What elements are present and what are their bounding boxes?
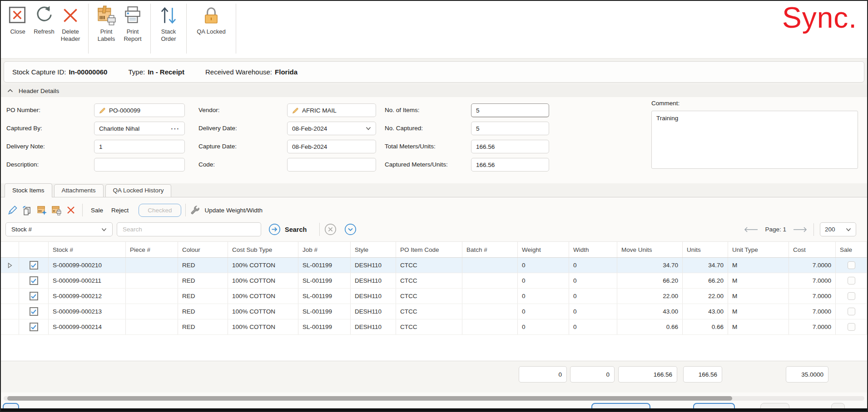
cell-po-item-code: CTCC xyxy=(396,319,462,334)
cell-units: 22.00 xyxy=(683,289,728,304)
stock-capture-id-label: Stock Capture ID: xyxy=(12,68,66,76)
col-header-colour[interactable]: Colour xyxy=(178,242,228,257)
tab-attachments[interactable]: Attachments xyxy=(54,184,104,197)
package-printer-icon xyxy=(96,5,117,26)
row-checkbox[interactable] xyxy=(19,258,49,273)
sale-button[interactable]: Sale xyxy=(87,205,107,216)
no-of-items-field[interactable]: 5 xyxy=(471,103,549,117)
col-header-sale[interactable]: Sale xyxy=(836,242,867,257)
horizontal-scrollbar[interactable] xyxy=(4,396,864,401)
stack-order-button[interactable]: Stack Order xyxy=(155,1,182,42)
delete-x-icon xyxy=(65,205,76,216)
col-header-cost-sub-type[interactable]: Cost Sub Type xyxy=(228,242,298,257)
capture-date-field[interactable]: 08-Feb-2024 xyxy=(287,140,376,153)
col-header-piece[interactable]: Piece # xyxy=(126,242,178,257)
col-header-stock[interactable]: Stock # xyxy=(49,242,126,257)
table-row[interactable]: S-000099-000211RED100% COTTONSL-001199DE… xyxy=(1,273,867,289)
row-expander[interactable] xyxy=(1,258,19,273)
table-row[interactable]: S-000099-000213RED100% COTTONSL-001199DE… xyxy=(1,304,867,319)
stock-wizard-button[interactable] xyxy=(35,203,49,217)
page-size-select[interactable]: 200 xyxy=(820,222,856,236)
comment-field[interactable]: Training xyxy=(651,111,858,169)
search-field-select[interactable]: Stock # xyxy=(5,222,113,236)
col-header-move-units[interactable]: Move Units xyxy=(617,242,683,257)
row-checkbox[interactable] xyxy=(19,304,49,319)
cell-piece xyxy=(126,304,178,319)
qa-locked-button[interactable]: QA Locked xyxy=(191,1,231,35)
col-header-cost[interactable]: Cost xyxy=(789,242,836,257)
code-field[interactable] xyxy=(287,158,376,172)
row-expander-icon xyxy=(8,263,12,268)
col-header-width[interactable]: Width xyxy=(569,242,617,257)
sale-checkbox[interactable] xyxy=(836,258,867,273)
cell-style: DESH110 xyxy=(351,304,396,319)
grid-header: Stock #Piece #ColourCost Sub TypeJob #St… xyxy=(1,241,867,258)
cell-weight: 0 xyxy=(518,273,569,288)
table-row[interactable]: S-000099-000212RED100% COTTONSL-001199DE… xyxy=(1,289,867,304)
delivery-date-field[interactable]: 08-Feb-2024 xyxy=(287,122,376,135)
horizontal-scrollbar-thumb[interactable] xyxy=(7,396,732,401)
print-report-button[interactable]: Print Report xyxy=(119,1,146,42)
tab-stock-items[interactable]: Stock Items xyxy=(5,183,52,197)
close-button[interactable]: Close xyxy=(5,1,31,35)
delete-item-button[interactable] xyxy=(64,203,78,217)
pagination: Page: 1 200 xyxy=(744,222,856,236)
checked-button[interactable]: Checked xyxy=(139,204,181,217)
ellipsis-icon[interactable]: ··· xyxy=(171,125,180,132)
print-stock-labels-button[interactable] xyxy=(49,203,64,217)
row-expander[interactable] xyxy=(1,289,19,304)
check-icon xyxy=(31,309,36,314)
sale-checkbox[interactable] xyxy=(836,304,867,319)
col-header-job[interactable]: Job # xyxy=(298,242,351,257)
print-labels-button[interactable]: Print Labels xyxy=(93,1,119,42)
row-checkbox[interactable] xyxy=(19,273,49,288)
po-number-field[interactable]: PO-000099 xyxy=(94,103,185,117)
table-row[interactable]: S-000099-000210RED100% COTTONSL-001199DE… xyxy=(1,258,867,273)
col-header-expander[interactable] xyxy=(1,242,19,257)
table-row[interactable]: S-000099-000214RED100% COTTONSL-001199DE… xyxy=(1,319,867,335)
row-checkbox[interactable] xyxy=(19,319,49,334)
stock-items-panel: Sale Reject Checked Update Weight/Width … xyxy=(1,197,867,411)
search-input[interactable] xyxy=(117,222,261,236)
delivery-note-field[interactable]: 1 xyxy=(94,140,185,153)
description-field[interactable] xyxy=(94,158,185,172)
no-captured-field[interactable]: 5 xyxy=(471,122,549,135)
vendor-field[interactable]: AFRIC MAIL xyxy=(287,103,376,117)
col-header-weight[interactable]: Weight xyxy=(518,242,569,257)
col-header-po-item-code[interactable]: PO Item Code xyxy=(396,242,462,257)
update-weight-width-button[interactable]: Update Weight/Width xyxy=(190,205,263,216)
row-checkbox[interactable] xyxy=(19,289,49,304)
clear-search-button[interactable] xyxy=(324,223,337,235)
delete-header-label: Delete Header xyxy=(61,28,80,42)
header-details-section[interactable]: Header Details xyxy=(1,84,867,97)
total-meters-units-field[interactable]: 166.56 xyxy=(471,140,549,153)
tab-qa-locked-history[interactable]: QA Locked History xyxy=(105,184,172,197)
col-header-units[interactable]: Units xyxy=(683,242,728,257)
row-expander[interactable] xyxy=(1,273,19,288)
col-header-batch[interactable]: Batch # xyxy=(462,242,518,257)
cell-units: 34.70 xyxy=(683,258,728,273)
captured-by-field[interactable]: Charlotte Nihal··· xyxy=(94,122,185,135)
edit-button[interactable] xyxy=(5,203,20,217)
check-icon xyxy=(31,279,36,283)
row-expander[interactable] xyxy=(1,304,19,319)
sale-checkbox[interactable] xyxy=(836,273,867,288)
captured-meters-units-field[interactable]: 166.56 xyxy=(471,158,549,172)
sale-checkbox[interactable] xyxy=(836,289,867,304)
delete-header-button[interactable]: Delete Header xyxy=(57,1,84,42)
previous-page-icon[interactable] xyxy=(744,226,759,233)
reject-button[interactable]: Reject xyxy=(107,205,133,216)
copy-button[interactable] xyxy=(20,203,35,217)
col-header-style[interactable]: Style xyxy=(351,242,396,257)
col-header-unit-type[interactable]: Unit Type xyxy=(728,242,789,257)
sale-checkbox[interactable] xyxy=(836,319,867,334)
cell-job: SL-001199 xyxy=(298,258,351,273)
search-button[interactable]: Search xyxy=(268,223,307,235)
next-page-icon[interactable] xyxy=(792,226,808,233)
col-header-checkbox[interactable] xyxy=(19,242,49,257)
advanced-search-expand-button[interactable] xyxy=(344,223,357,235)
cell-style: DESH110 xyxy=(351,273,396,288)
row-expander[interactable] xyxy=(1,319,19,334)
cell-colour: RED xyxy=(178,273,228,288)
refresh-button[interactable]: Refresh xyxy=(31,1,57,35)
